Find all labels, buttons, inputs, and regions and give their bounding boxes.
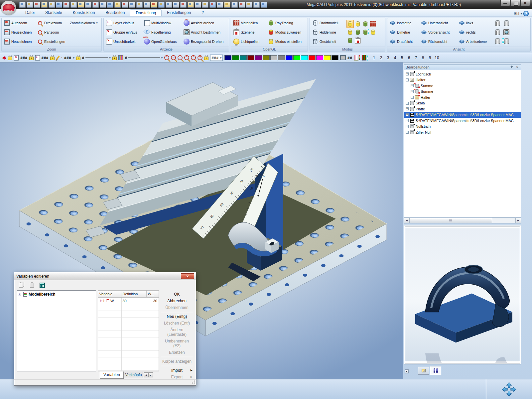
color-swatch[interactable] [247,55,254,60]
lock-icon[interactable] [8,57,12,60]
export-document-icon[interactable] [78,2,84,8]
column-value[interactable]: W... [147,291,159,297]
view-number-button[interactable]: 3 [385,56,392,60]
links-button[interactable]: links [458,19,492,27]
zoom-previous-icon[interactable] [198,55,202,60]
zoom-minus-icon[interactable] [191,55,196,60]
direktzoom-button[interactable]: Direktzoom [36,19,68,27]
view-number-button[interactable]: 2 [378,56,385,60]
zoom-out-line-icon[interactable] [164,55,169,60]
paste-button[interactable] [27,281,36,290]
bars-cylinder-view-button[interactable] [502,37,511,46]
splitter-handle[interactable] [405,369,409,373]
unteransicht-button[interactable]: Unteransicht [420,19,457,27]
dialog-button[interactable]: Abbrechen [161,298,193,304]
layer-doc-icon[interactable] [35,55,40,61]
dialog-title-bar[interactable]: Variablen editieren × [14,272,196,280]
group-toggle-button[interactable]: Gruppe ein/aus [105,28,142,37]
facettierung-button[interactable]: Facettierung [143,28,182,37]
zoomfunktionen-dropdown[interactable]: Zoomfunktionen▾ [69,19,100,27]
tab-variablen[interactable]: Variablen [100,371,124,379]
textured-shadow-mode-button[interactable] [362,20,369,28]
dialog-button[interactable]: Umbenennen (F2) [161,338,193,349]
layer-document-icon[interactable] [63,2,69,8]
copy-button[interactable] [17,281,26,290]
dotted-cylinder-view-button[interactable] [502,19,511,28]
render-globe-icon[interactable] [173,2,179,8]
measure-icon[interactable] [166,2,172,8]
opengl-toggle-button[interactable]: OpenGL ein/aus [143,37,182,46]
color-swatch[interactable] [263,55,270,60]
structure-tree-icon[interactable] [246,2,252,8]
facet-view-icon[interactable] [202,2,208,8]
clip-view-icon[interactable] [224,2,230,8]
minimize-button[interactable] [500,0,510,6]
arbeitsebene-button[interactable]: Arbeitsebene [458,37,492,46]
color-swatch[interactable] [309,55,316,60]
lichtquellen-button[interactable]: Lichtquellen [232,37,266,46]
tab-columns-view[interactable] [430,366,441,375]
table-body[interactable]: ⇑⇑ W 30 30 [98,298,159,371]
tab-scroll-left-icon[interactable]: ◀ [144,372,148,377]
materialien-button[interactable]: Materialien [232,19,266,27]
view-cube-icon[interactable] [188,2,194,8]
point-marker-icon[interactable]: ∗ [2,55,6,61]
pan-view-icon[interactable] [195,2,201,8]
plot-icon[interactable] [122,2,128,8]
tree-item[interactable]: + Lochtisch [404,71,521,77]
gestrichelt-button[interactable]: Gestrichelt [311,37,346,46]
modus-einstellen-button[interactable]: Modus einstellen [267,37,306,46]
yellow2-mode-button[interactable] [369,28,377,36]
rotate-view-button[interactable]: Ansicht drehen [183,19,227,27]
model-scope-item[interactable]: + Modellbereich [18,292,95,297]
view-number-button[interactable]: 4 [392,56,399,60]
color-swatch[interactable] [240,55,247,60]
new-file-icon[interactable] [27,2,33,8]
tree-item[interactable]: + Platte [404,106,521,112]
invisibility-button[interactable]: Unsichtbarkeit [105,37,142,46]
panzoom-button[interactable]: Panzoom [36,28,68,37]
style-selector[interactable]: Stil ▾ ? [514,11,530,16]
tree-expander[interactable]: + [406,119,409,122]
zoom-in-icon[interactable] [184,55,189,60]
color-grid-icon[interactable] [118,55,123,60]
scroll-left-icon[interactable]: ◀ [404,218,410,223]
view-number-button[interactable]: 10 [434,56,441,60]
view-number-button[interactable]: 8 [420,56,427,60]
drahtmodell-button[interactable]: Drahtmodell [311,19,346,27]
scene-house-button[interactable] [354,37,361,45]
camera-view-button[interactable] [502,28,511,37]
tree-item[interactable]: + Halter [404,94,521,100]
speckled2-mode-button[interactable] [346,37,354,45]
color-swatch[interactable] [255,55,262,60]
table-row[interactable]: ⇑⇑ W 30 30 [98,298,159,304]
close-panel-icon[interactable]: × [515,65,519,69]
dialog-button[interactable]: Übernehmen [161,304,193,312]
zoom-window-icon[interactable] [171,55,176,60]
group-doc-icon[interactable] [14,55,19,61]
close-button[interactable] [520,0,530,6]
redline-pen-icon[interactable] [100,2,106,8]
variables-calc-icon[interactable] [261,2,267,8]
screen-settings-icon[interactable] [85,2,91,8]
line-width-selector[interactable]: # ▾ [125,56,163,60]
menu-tab[interactable]: Einstellungen [162,9,196,16]
dialog-button[interactable]: Löschen (Entf) [161,320,193,327]
lock-icon[interactable] [76,57,80,60]
shaded-yellow-mode-button[interactable] [346,20,354,28]
snap-point-icon[interactable] [144,2,150,8]
print-preview-icon[interactable] [56,2,62,8]
parallel-columns-icon[interactable] [253,2,260,8]
tree-horizontal-scrollbar[interactable]: ◀ ▶ [404,218,521,223]
resize-grip[interactable] [191,380,195,384]
tab-verknuepfungen[interactable]: Verknüpfu [124,371,143,378]
screen-percent-icon[interactable] [92,2,99,8]
tree-item[interactable]: + S:\DATEN\MEGAWIN\Spannmittel\3D\Lenzke… [404,118,521,124]
view-number-button[interactable]: 1 [371,56,378,60]
layer-toggle-button[interactable]: Layer ein/aus [105,19,142,27]
plain-cylinder-view-button[interactable] [493,37,502,46]
menu-tab[interactable]: Startseite [40,9,67,16]
tree-item[interactable]: + Nullstrich [404,124,521,130]
neuzeichnen2-button[interactable]: Neuzeichnen [3,37,36,46]
color-swatch[interactable] [232,55,239,60]
